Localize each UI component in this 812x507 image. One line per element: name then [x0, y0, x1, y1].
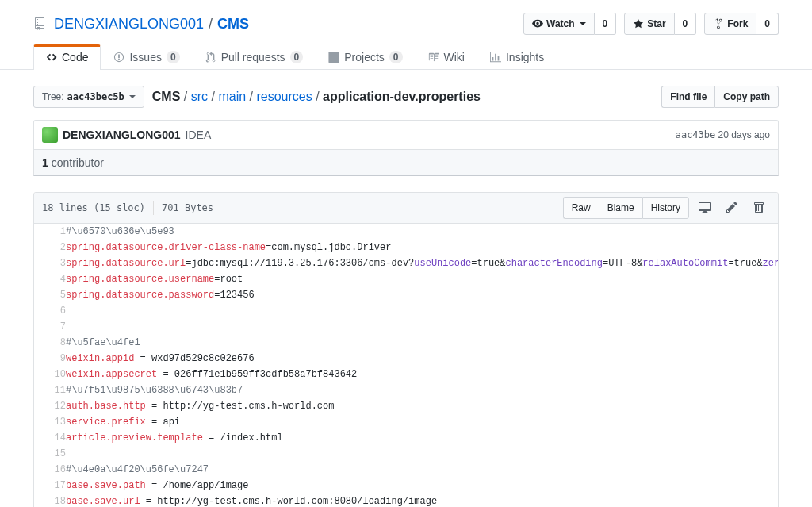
code-line: #\u5fae\u4fe1 — [66, 335, 778, 351]
code-line: base.save.path = /home/app/image — [66, 478, 778, 494]
branch-select-button[interactable]: Tree: aac43bec5b — [33, 86, 144, 108]
repo-title: DENGXIANGLONG001 / CMS — [33, 16, 249, 33]
tab-wiki[interactable]: Wiki — [416, 44, 477, 70]
line-number[interactable]: 5 — [34, 287, 66, 303]
trash-icon — [753, 201, 765, 213]
tab-issues[interactable]: Issues 0 — [101, 44, 192, 70]
repo-owner-link[interactable]: DENGXIANGLONG001 — [54, 16, 204, 33]
line-number[interactable]: 2 — [34, 240, 66, 255]
code-table: 1#\u6570\u636e\u5e932spring.datasource.d… — [34, 224, 778, 507]
project-icon — [328, 52, 339, 63]
line-number[interactable]: 11 — [34, 382, 66, 398]
desktop-icon-button[interactable] — [694, 198, 716, 219]
issue-icon — [113, 52, 124, 63]
code-line: #\u4e0a\u4f20\u56fe\u7247 — [66, 462, 778, 478]
contributors-bar: 1 contributor — [34, 149, 778, 175]
commit-author-link[interactable]: DENGXIANGLONG001 — [63, 129, 181, 141]
line-number[interactable]: 1 — [34, 224, 66, 240]
line-number[interactable]: 12 — [34, 398, 66, 414]
line-number[interactable]: 17 — [34, 478, 66, 494]
fork-button[interactable]: Fork — [704, 13, 756, 35]
find-file-button[interactable]: Find file — [661, 86, 714, 108]
line-number[interactable]: 14 — [34, 430, 66, 446]
tab-insights[interactable]: Insights — [477, 44, 557, 70]
raw-button[interactable]: Raw — [563, 197, 599, 219]
fork-count[interactable]: 0 — [756, 13, 779, 35]
issues-count: 0 — [167, 51, 180, 63]
repo-actions: Watch 0 Star 0 Fork 0 — [523, 13, 779, 35]
code-line: #\u7f51\u9875\u6388\u6743\u83b7 — [66, 382, 778, 398]
star-button[interactable]: Star — [624, 13, 674, 35]
tab-pulls[interactable]: Pull requests 0 — [193, 44, 316, 70]
pencil-icon — [726, 201, 738, 213]
delete-icon-button[interactable] — [748, 198, 770, 219]
watch-count[interactable]: 0 — [595, 13, 617, 35]
desktop-icon — [699, 201, 711, 213]
commit-message[interactable]: IDEA — [186, 129, 212, 141]
code-line — [66, 319, 778, 335]
breadcrumb-file: application-dev.properties — [323, 90, 481, 103]
wiki-icon — [428, 52, 439, 63]
line-number[interactable]: 9 — [34, 351, 66, 367]
line-number[interactable]: 8 — [34, 335, 66, 351]
projects-count: 0 — [389, 51, 403, 63]
history-button[interactable]: History — [642, 197, 689, 219]
code-line — [66, 446, 778, 462]
watch-button[interactable]: Watch — [523, 13, 595, 35]
line-number[interactable]: 15 — [34, 446, 66, 462]
pulls-count: 0 — [290, 51, 304, 63]
code-line: weixin.appid = wxd97d529c8c02e676 — [66, 351, 778, 367]
code-line: auth.base.http = http://yg-test.cms.h-wo… — [66, 398, 778, 414]
repo-nav: Code Issues 0 Pull requests 0 Projects 0… — [33, 44, 779, 70]
code-line: base.save.url = http://yg-test.cms.h-wor… — [66, 494, 778, 507]
breadcrumb-root[interactable]: CMS — [152, 90, 181, 103]
eye-icon — [532, 18, 543, 29]
commit-sha[interactable]: aac43be — [676, 129, 716, 140]
code-scroll-wrapper[interactable]: 1#\u6570\u636e\u5e932spring.datasource.d… — [34, 224, 778, 507]
line-number[interactable]: 6 — [34, 303, 66, 319]
star-icon — [633, 18, 644, 29]
code-line: spring.datasource.driver-class-name=com.… — [66, 240, 778, 255]
repo-icon — [33, 17, 46, 30]
tab-projects[interactable]: Projects 0 — [316, 44, 415, 70]
line-number[interactable]: 18 — [34, 494, 66, 507]
breadcrumb-main[interactable]: main — [218, 90, 246, 103]
code-line: weixin.appsecret = 026ff71e1b959ff3cdfb5… — [66, 367, 778, 382]
breadcrumb-resources[interactable]: resources — [256, 90, 312, 103]
pull-request-icon — [205, 52, 216, 63]
line-number[interactable]: 7 — [34, 319, 66, 335]
insights-icon — [490, 52, 501, 63]
file-info: 18 lines (15 sloc)701 Bytes — [42, 201, 213, 215]
code-line: spring.datasource.url=jdbc:mysql://119.3… — [66, 255, 778, 271]
line-number[interactable]: 16 — [34, 462, 66, 478]
code-line: article.preview.template = /index.html — [66, 430, 778, 446]
path-separator: / — [207, 16, 214, 33]
code-line: service.prefix = api — [66, 414, 778, 430]
line-number[interactable]: 4 — [34, 271, 66, 287]
line-number[interactable]: 13 — [34, 414, 66, 430]
star-count[interactable]: 0 — [675, 13, 697, 35]
code-line — [66, 303, 778, 319]
avatar — [42, 127, 58, 143]
blame-button[interactable]: Blame — [599, 197, 642, 219]
line-number[interactable]: 3 — [34, 255, 66, 271]
edit-icon-button[interactable] — [721, 198, 743, 219]
line-number[interactable]: 10 — [34, 367, 66, 382]
code-line: spring.datasource.password=123456 — [66, 287, 778, 303]
commit-age: 20 days ago — [718, 129, 770, 140]
fork-icon — [713, 18, 724, 29]
tab-code[interactable]: Code — [33, 44, 101, 70]
code-line: #\u6570\u636e\u5e93 — [66, 224, 778, 240]
code-line: spring.datasource.username=root — [66, 271, 778, 287]
copy-path-button[interactable]: Copy path — [714, 86, 779, 108]
repo-name-link[interactable]: CMS — [217, 16, 249, 33]
code-icon — [46, 52, 57, 63]
breadcrumb: CMS / src / main / resources / applicati… — [152, 90, 481, 104]
breadcrumb-src[interactable]: src — [191, 90, 208, 103]
